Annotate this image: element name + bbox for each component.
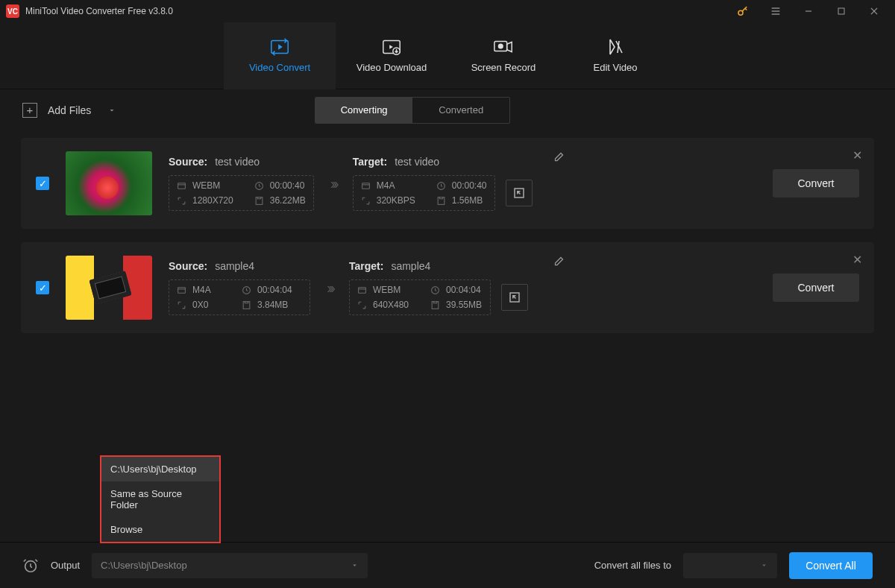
tab-video-convert[interactable]: Video Convert xyxy=(224,22,336,89)
convert-button[interactable]: Convert xyxy=(773,274,859,302)
svg-rect-17 xyxy=(362,183,369,189)
convert-button[interactable]: Convert xyxy=(773,169,859,197)
output-path-select[interactable]: C:\Users\bj\Desktop xyxy=(92,553,368,578)
target-name: test video xyxy=(395,156,439,168)
target-info: WEBM 00:04:04 640X480 39.55MB xyxy=(349,279,491,315)
convert-icon xyxy=(269,38,290,56)
tab-label: Edit Video xyxy=(593,62,637,73)
output-dropdown-menu: C:\Users\bj\Desktop Same as Source Folde… xyxy=(100,455,221,543)
source-name: test video xyxy=(215,156,260,168)
toolbar: + Add Files Converting Converted xyxy=(0,89,895,130)
svg-rect-20 xyxy=(438,197,445,204)
status-toggle: Converting Converted xyxy=(315,97,510,124)
add-files-button[interactable]: + Add Files xyxy=(22,103,116,118)
source-resolution: 0X0 xyxy=(192,300,208,310)
edit-target-icon[interactable] xyxy=(553,151,565,162)
tab-video-download[interactable]: Video Download xyxy=(336,22,448,89)
source-info: M4A 00:04:04 0X0 3.84MB xyxy=(169,279,310,315)
svg-point-12 xyxy=(498,44,503,48)
target-format-select[interactable] xyxy=(683,553,777,578)
target-size: 1.56MB xyxy=(452,195,483,206)
source-duration: 00:00:40 xyxy=(270,180,305,191)
svg-rect-26 xyxy=(359,287,366,293)
output-option-browse[interactable]: Browse xyxy=(101,517,219,542)
add-files-label: Add Files xyxy=(48,104,91,116)
edit-target-icon[interactable] xyxy=(553,256,565,267)
file-card: ✓ Source: sample4 M4A 00:04:04 0X0 3.84M… xyxy=(21,242,874,333)
target-label: Target: xyxy=(353,156,387,168)
source-name: sample4 xyxy=(215,260,254,272)
svg-rect-5 xyxy=(838,8,844,14)
target-name: sample4 xyxy=(391,260,430,272)
chevron-down-icon xyxy=(760,561,768,569)
svg-rect-22 xyxy=(178,287,186,293)
source-size: 36.22MB xyxy=(270,195,306,206)
record-icon xyxy=(493,38,514,56)
svg-rect-16 xyxy=(256,197,263,204)
target-format: WEBM xyxy=(373,285,401,295)
tab-label: Video Convert xyxy=(249,62,310,73)
main-tabs: Video Convert Video Download Screen Reco… xyxy=(0,22,895,89)
target-duration: 00:04:04 xyxy=(446,285,481,295)
edit-icon xyxy=(605,38,626,56)
svg-rect-29 xyxy=(432,301,439,309)
footer: Output C:\Users\bj\Desktop Convert all f… xyxy=(0,542,895,588)
tab-label: Screen Record xyxy=(471,62,536,73)
thumbnail[interactable] xyxy=(66,256,152,320)
minimize-icon[interactable] xyxy=(794,0,823,22)
select-checkbox[interactable]: ✓ xyxy=(36,281,49,294)
svg-rect-13 xyxy=(178,183,186,189)
settings-expand-button[interactable] xyxy=(506,180,533,206)
source-format: WEBM xyxy=(192,180,220,191)
source-duration: 00:04:04 xyxy=(257,285,292,295)
app-logo: VC xyxy=(6,4,19,18)
target-duration: 00:00:40 xyxy=(452,180,487,191)
target-label: Target: xyxy=(349,260,383,272)
tab-label: Video Download xyxy=(357,62,427,73)
chevron-down-icon xyxy=(351,561,359,569)
menu-icon[interactable] xyxy=(761,0,791,22)
svg-rect-25 xyxy=(243,301,250,309)
target-resolution: 640X480 xyxy=(373,300,409,310)
maximize-icon[interactable] xyxy=(826,0,856,22)
thumbnail[interactable] xyxy=(66,151,152,215)
remove-file-icon[interactable]: ✕ xyxy=(852,253,862,267)
remove-file-icon[interactable]: ✕ xyxy=(852,148,862,162)
output-option-same[interactable]: Same as Source Folder xyxy=(101,481,219,517)
schedule-icon[interactable] xyxy=(22,557,39,574)
toggle-converted[interactable]: Converted xyxy=(412,98,509,123)
close-icon[interactable] xyxy=(859,0,889,22)
settings-expand-button[interactable] xyxy=(501,284,528,311)
chevron-down-icon[interactable] xyxy=(107,106,116,115)
upgrade-key-icon[interactable] xyxy=(728,0,758,22)
source-info: WEBM 00:00:40 1280X720 36.22MB xyxy=(169,175,314,211)
toggle-converting[interactable]: Converting xyxy=(315,98,412,123)
convert-all-button[interactable]: Convert All xyxy=(789,552,873,579)
source-resolution: 1280X720 xyxy=(192,195,233,206)
plus-icon: + xyxy=(22,103,37,118)
target-resolution: 320KBPS xyxy=(377,195,415,206)
convert-all-to-label: Convert all files to xyxy=(594,560,671,571)
output-path-value: C:\Users\bj\Desktop xyxy=(101,560,187,571)
select-checkbox[interactable]: ✓ xyxy=(36,177,49,190)
source-label: Source: xyxy=(169,156,207,168)
tab-edit-video[interactable]: Edit Video xyxy=(559,22,671,89)
source-format: M4A xyxy=(192,285,211,295)
target-format: M4A xyxy=(377,180,395,191)
target-info: M4A 00:00:40 320KBPS 1.56MB xyxy=(353,175,495,211)
file-list: ✓ Source: test video WEBM 00:00:40 1280X… xyxy=(0,130,895,354)
titlebar: VC MiniTool Video Converter Free v3.8.0 xyxy=(0,0,895,22)
source-size: 3.84MB xyxy=(257,300,288,310)
file-card: ✓ Source: test video WEBM 00:00:40 1280X… xyxy=(21,138,874,229)
arrow-icon: ››› xyxy=(327,279,333,297)
download-icon xyxy=(381,38,402,56)
source-label: Source: xyxy=(169,260,207,272)
output-option-path[interactable]: C:\Users\bj\Desktop xyxy=(101,457,219,481)
arrow-icon: ››› xyxy=(330,175,336,192)
output-label: Output xyxy=(51,560,80,571)
tab-screen-record[interactable]: Screen Record xyxy=(448,22,559,89)
app-title: MiniTool Video Converter Free v3.8.0 xyxy=(25,6,728,16)
target-size: 39.55MB xyxy=(446,300,482,310)
